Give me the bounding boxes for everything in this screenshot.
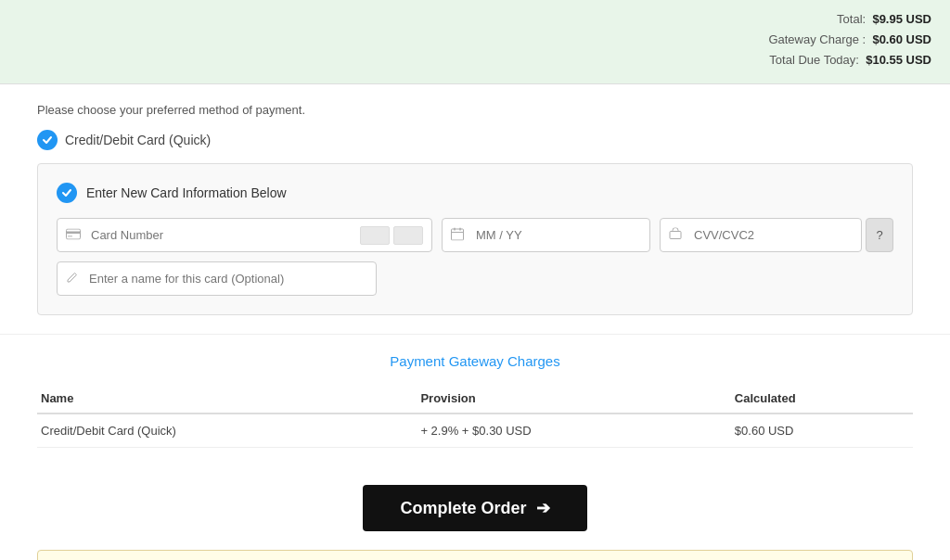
svg-rect-2 [68,235,72,237]
col-provision: Provision [417,384,730,414]
payment-section: Please choose your preferred method of p… [0,84,950,334]
payment-choose-label: Please choose your preferred method of p… [37,103,913,117]
card-name-input[interactable] [57,261,377,296]
card-form-box: Enter New Card Information Below [37,163,913,315]
total-label: Total: [837,12,866,26]
svg-rect-0 [67,229,81,239]
gateway-charges-table: Name Provision Calculated Credit/Debit C… [37,384,913,448]
svg-rect-7 [670,231,681,238]
card-number-wrap [57,218,432,252]
payment-method-label: Credit/Debit Card (Quick) [65,133,211,147]
row-provision: + 2.9% + $0.30 USD [417,414,730,448]
cvv-help-button[interactable]: ? [866,218,893,252]
row-name: Credit/Debit Card (Quick) [37,414,417,448]
card-fields-row: ? [57,218,893,252]
row-calculated: $0.60 USD [731,414,913,448]
gateway-section: Payment Gateway Charges Name Provision C… [0,334,950,466]
card-name-wrap [57,261,893,296]
complete-order-label: Complete Order [400,499,526,518]
card-brand-icons [360,226,423,245]
pencil-icon [66,272,78,286]
svg-rect-3 [452,229,464,240]
svg-rect-1 [66,231,81,234]
table-row: Credit/Debit Card (Quick) + 2.9% + $0.30… [37,414,913,448]
card-form-check-icon [57,183,77,203]
cvv-icon [669,227,682,243]
table-header-row: Name Provision Calculated [37,384,913,414]
cvv-wrap: ? [660,218,893,252]
expiry-input[interactable] [442,218,650,252]
payment-method-option[interactable]: Credit/Debit Card (Quick) [37,130,913,150]
arrow-icon: ➔ [536,498,550,518]
total-due-value: $10.55 USD [866,53,931,67]
col-calculated: Calculated [731,384,913,414]
col-name: Name [37,384,417,414]
total-line: Total: $9.95 USD [19,9,931,30]
gateway-charge-line: Gateway Charge : $0.60 USD [19,30,931,50]
gateway-charges-title: Payment Gateway Charges [37,353,913,369]
cvv-input[interactable] [660,218,862,252]
credit-card-icon [66,228,81,242]
security-notice: This order form is provided in a secure … [37,550,913,560]
complete-order-button[interactable]: Complete Order ➔ [363,485,586,531]
expiry-wrap [442,218,650,252]
total-due-line: Total Due Today: $10.55 USD [19,50,931,70]
gateway-charge-value: $0.60 USD [872,32,931,46]
complete-order-section: Complete Order ➔ [0,466,950,550]
check-circle-icon [37,130,58,150]
total-value: $9.95 USD [872,12,931,26]
card-form-header: Enter New Card Information Below [57,183,893,203]
card-form-title: Enter New Card Information Below [86,185,287,200]
summary-banner: Total: $9.95 USD Gateway Charge : $0.60 … [0,0,950,84]
total-due-label: Total Due Today: [769,53,859,67]
calendar-icon [451,227,464,243]
gateway-charge-label: Gateway Charge : [768,32,866,46]
